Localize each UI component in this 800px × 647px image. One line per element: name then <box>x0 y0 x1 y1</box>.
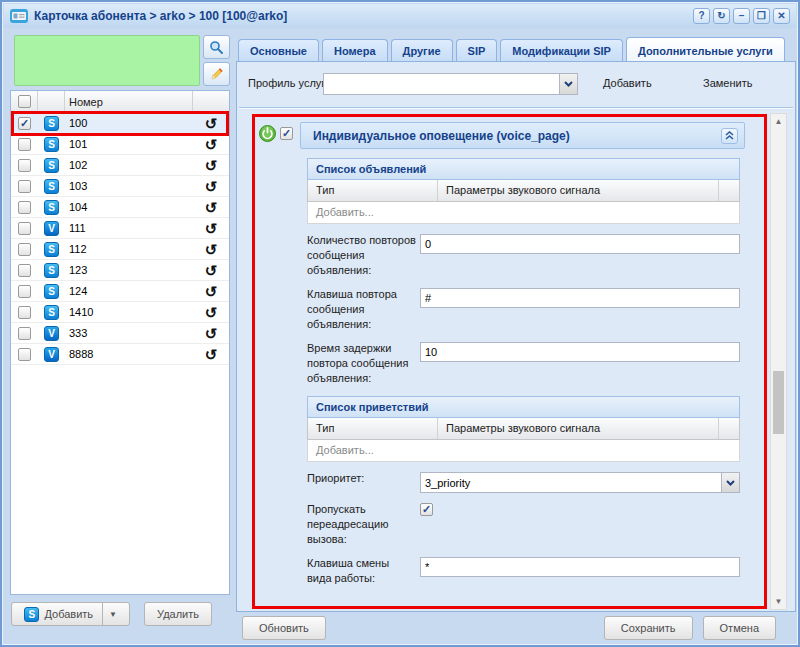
history-icon[interactable]: ↺ <box>193 179 229 194</box>
profile-combobox[interactable] <box>323 73 578 95</box>
close-button[interactable]: ✕ <box>773 8 790 24</box>
subscriber-number: 111 <box>65 222 193 234</box>
row-checkbox[interactable]: ✓ <box>18 180 31 193</box>
row-checkbox[interactable]: ✓ <box>18 159 31 172</box>
skip-forward-checkbox[interactable]: ✓ <box>420 503 433 516</box>
add-dropdown-arrow-icon[interactable]: ▼ <box>102 603 117 625</box>
vertical-scrollbar[interactable]: ▲ ▼ <box>770 113 787 610</box>
sip-badge-icon: S <box>44 200 59 215</box>
history-icon[interactable]: ↺ <box>193 326 229 341</box>
profile-toolbar: Профиль услуг: Добавить Заменить <box>237 62 795 107</box>
list-item[interactable]: ✓V111↺ <box>11 218 229 239</box>
repeat-delay-input[interactable] <box>420 342 740 362</box>
service-header[interactable]: Индивидуальное оповещение (voice_page) <box>300 122 745 149</box>
tab-номера[interactable]: Номера <box>322 39 388 62</box>
list-item[interactable]: ✓S112↺ <box>11 239 229 260</box>
history-icon[interactable]: ↺ <box>193 221 229 236</box>
priority-combobox-input[interactable] <box>421 473 721 492</box>
save-button[interactable]: Сохранить <box>604 616 693 640</box>
repeat-count-input[interactable] <box>420 234 740 254</box>
list-item[interactable]: ✓V333↺ <box>11 323 229 344</box>
search-text-area[interactable] <box>14 35 200 86</box>
list-item[interactable]: ✓S100↺ <box>11 113 229 134</box>
greetings-add-row[interactable]: Добавить... <box>307 440 740 462</box>
scroll-down-arrow-icon[interactable]: ▼ <box>771 594 786 609</box>
list-item[interactable]: ✓S101↺ <box>11 134 229 155</box>
profile-add-button[interactable]: Добавить <box>603 77 652 89</box>
history-icon[interactable]: ↺ <box>193 284 229 299</box>
history-icon[interactable]: ↺ <box>193 200 229 215</box>
sip-badge-icon: S <box>44 263 59 278</box>
priority-combobox-trigger[interactable] <box>721 473 739 492</box>
tab-дополнительные-услуги[interactable]: Дополнительные услуги <box>626 37 785 62</box>
add-subscriber-button[interactable]: S Добавить ▼ <box>11 602 130 626</box>
number-column-header[interactable]: Номер <box>65 91 193 112</box>
history-icon[interactable]: ↺ <box>193 347 229 362</box>
virtual-badge-icon: V <box>44 347 59 362</box>
list-item[interactable]: ✓S124↺ <box>11 281 229 302</box>
announcements-add-row[interactable]: Добавить... <box>307 202 740 224</box>
subscriber-card-window: Карточка абонента > arko > 100 [100@arko… <box>0 0 800 647</box>
service-enabled-checkbox[interactable]: ✓ <box>280 127 293 140</box>
history-icon[interactable]: ↺ <box>193 137 229 152</box>
row-checkbox[interactable]: ✓ <box>18 138 31 151</box>
row-checkbox[interactable]: ✓ <box>18 306 31 319</box>
refresh-window-button[interactable]: ↻ <box>713 8 730 24</box>
refresh-button[interactable]: Обновить <box>242 616 326 640</box>
service-title: Индивидуальное оповещение (voice_page) <box>313 129 721 143</box>
sip-badge-icon: S <box>24 607 39 622</box>
row-checkbox[interactable]: ✓ <box>18 243 31 256</box>
row-checkbox[interactable]: ✓ <box>18 222 31 235</box>
select-all-checkbox[interactable] <box>11 91 38 112</box>
history-icon[interactable]: ↺ <box>193 158 229 173</box>
profile-combobox-input[interactable] <box>324 74 559 94</box>
delete-subscriber-label: Удалить <box>157 608 199 620</box>
window-controls: ? ↻ – ❒ ✕ <box>693 8 790 24</box>
type-column-header[interactable] <box>38 91 65 112</box>
minimize-button[interactable]: – <box>733 8 750 24</box>
work-mode-key-input[interactable] <box>420 557 740 577</box>
tab-основные[interactable]: Основные <box>238 39 319 62</box>
priority-combobox[interactable] <box>420 472 740 493</box>
history-icon[interactable]: ↺ <box>193 263 229 278</box>
tab-модификации-sip[interactable]: Модификации SIP <box>500 39 623 62</box>
history-icon[interactable]: ↺ <box>193 116 229 131</box>
scroll-up-arrow-icon[interactable]: ▲ <box>771 114 786 129</box>
row-checkbox[interactable]: ✓ <box>18 264 31 277</box>
help-button[interactable]: ? <box>693 8 710 24</box>
header-checkbox[interactable] <box>18 95 31 108</box>
list-item[interactable]: ✓S1410↺ <box>11 302 229 323</box>
list-item[interactable]: ✓S103↺ <box>11 176 229 197</box>
scrollbar-thumb[interactable] <box>773 371 784 434</box>
edit-button[interactable] <box>203 62 230 86</box>
tab-sip[interactable]: SIP <box>456 39 498 62</box>
profile-replace-button[interactable]: Заменить <box>703 77 752 89</box>
repeat-key-input[interactable] <box>420 288 740 308</box>
history-icon[interactable]: ↺ <box>193 242 229 257</box>
power-icon <box>259 125 276 142</box>
row-checkbox[interactable]: ✓ <box>18 117 31 130</box>
history-icon[interactable]: ↺ <box>193 305 229 320</box>
row-checkbox[interactable]: ✓ <box>18 348 31 361</box>
sip-badge-icon: S <box>44 158 59 173</box>
subscriber-number: 124 <box>65 285 193 297</box>
list-item[interactable]: ✓S102↺ <box>11 155 229 176</box>
priority-label: Приоритет: <box>307 471 420 486</box>
row-checkbox[interactable]: ✓ <box>18 327 31 340</box>
profile-combobox-trigger[interactable] <box>559 74 577 94</box>
subscriber-number: 8888 <box>65 348 193 360</box>
delete-subscriber-button[interactable]: Удалить <box>144 602 212 626</box>
repeat-count-label: Количество повторов сообщения объявления… <box>307 233 420 278</box>
row-checkbox[interactable]: ✓ <box>18 285 31 298</box>
list-item[interactable]: ✓V8888↺ <box>11 344 229 365</box>
maximize-button[interactable]: ❒ <box>753 8 770 24</box>
collapse-button[interactable] <box>721 128 738 144</box>
history-column-header[interactable] <box>193 91 229 112</box>
search-button[interactable] <box>203 35 230 59</box>
list-item[interactable]: ✓S104↺ <box>11 197 229 218</box>
tab-другие[interactable]: Другие <box>391 39 453 62</box>
row-checkbox[interactable]: ✓ <box>18 201 31 214</box>
list-item[interactable]: ✓S123↺ <box>11 260 229 281</box>
work-mode-key-field: Клавиша смены вида работы: <box>307 556 740 586</box>
cancel-button[interactable]: Отмена <box>703 616 776 640</box>
